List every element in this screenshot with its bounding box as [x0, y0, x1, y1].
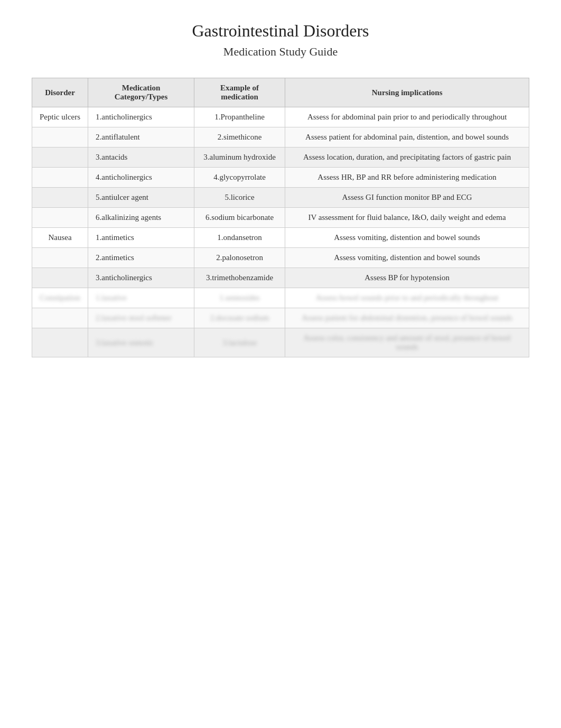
disorder-cell: [32, 268, 88, 288]
table-row: 2.antiflatulent2.simethiconeAssess patie…: [32, 127, 529, 148]
disorder-cell: Constipation: [32, 288, 88, 308]
category-cell: 4.anticholinergics: [88, 168, 194, 188]
disorder-cell: [32, 168, 88, 188]
category-cell: 1.anticholinergics: [88, 107, 194, 127]
nursing-cell: IV assessment for fluid balance, I&O, da…: [285, 208, 529, 228]
example-cell: 2.simethicone: [194, 127, 285, 148]
table-row: 2.laxative stool softener2.docusate sodi…: [32, 308, 529, 328]
nursing-cell: Assess color, consistency and amount of …: [285, 328, 529, 357]
nursing-cell: Assess for abdominal pain prior to and p…: [285, 107, 529, 127]
example-cell: 1.Propantheline: [194, 107, 285, 127]
nursing-cell: Assess vomiting, distention and bowel so…: [285, 248, 529, 268]
table-row: 3.antacids3.aluminum hydroxideAssess loc…: [32, 148, 529, 168]
example-cell: 2.docusate sodium: [194, 308, 285, 328]
disorder-cell: Peptic ulcers: [32, 107, 88, 127]
category-cell: 2.antimetics: [88, 248, 194, 268]
category-cell: 3.anticholinergics: [88, 268, 194, 288]
col-header-category: Medication Category/Types: [88, 78, 194, 107]
category-cell: 3.laxative osmotic: [88, 328, 194, 357]
table-row: Nausea1.antimetics1.ondansetronAssess vo…: [32, 228, 529, 248]
table-row: 6.alkalinizing agents6.sodium bicarbonat…: [32, 208, 529, 228]
nursing-cell: Assess HR, BP and RR before administerin…: [285, 168, 529, 188]
nursing-cell: Assess GI function monitor BP and ECG: [285, 188, 529, 208]
example-cell: 6.sodium bicarbonate: [194, 208, 285, 228]
category-cell: 2.laxative stool softener: [88, 308, 194, 328]
example-cell: 5.licorice: [194, 188, 285, 208]
table-row: 3.anticholinergics3.trimethobenzamideAss…: [32, 268, 529, 288]
table-row: Constipation1.laxative1.sennosidesAssess…: [32, 288, 529, 308]
table-header-row: Disorder Medication Category/Types Examp…: [32, 78, 529, 107]
table-row: 4.anticholinergics4.glycopyrrolateAssess…: [32, 168, 529, 188]
col-header-example: Example of medication: [194, 78, 285, 107]
nursing-cell: Assess BP for hypotension: [285, 268, 529, 288]
table-row: 2.antimetics2.palonosetronAssess vomitin…: [32, 248, 529, 268]
disorder-cell: [32, 127, 88, 148]
disorder-cell: [32, 148, 88, 168]
example-cell: 3.trimethobenzamide: [194, 268, 285, 288]
category-cell: 1.laxative: [88, 288, 194, 308]
disorder-cell: [32, 248, 88, 268]
table-row: 3.laxative osmotic3.lactuloseAssess colo…: [32, 328, 529, 357]
table-row: Peptic ulcers1.anticholinergics1.Propant…: [32, 107, 529, 127]
table-row: 5.antiulcer agent5.licoriceAssess GI fun…: [32, 188, 529, 208]
category-cell: 2.antiflatulent: [88, 127, 194, 148]
page-subtitle: Medication Study Guide: [32, 45, 529, 59]
category-cell: 5.antiulcer agent: [88, 188, 194, 208]
nursing-cell: Assess vomiting, distention and bowel so…: [285, 228, 529, 248]
disorder-cell: Nausea: [32, 228, 88, 248]
nursing-cell: Assess location, duration, and precipita…: [285, 148, 529, 168]
col-header-disorder: Disorder: [32, 78, 88, 107]
disorder-cell: [32, 328, 88, 357]
example-cell: 3.aluminum hydroxide: [194, 148, 285, 168]
example-cell: 1.sennosides: [194, 288, 285, 308]
example-cell: 2.palonosetron: [194, 248, 285, 268]
main-table: Disorder Medication Category/Types Examp…: [32, 78, 529, 357]
example-cell: 3.lactulose: [194, 328, 285, 357]
disorder-cell: [32, 308, 88, 328]
category-cell: 3.antacids: [88, 148, 194, 168]
category-cell: 6.alkalinizing agents: [88, 208, 194, 228]
nursing-cell: Assess bowel sounds prior to and periodi…: [285, 288, 529, 308]
example-cell: 1.ondansetron: [194, 228, 285, 248]
page-title: Gastrointestinal Disorders: [32, 21, 529, 41]
disorder-cell: [32, 188, 88, 208]
nursing-cell: Assess patient for abdominal pain, diste…: [285, 127, 529, 148]
disorder-cell: [32, 208, 88, 228]
category-cell: 1.antimetics: [88, 228, 194, 248]
col-header-nursing: Nursing implications: [285, 78, 529, 107]
example-cell: 4.glycopyrrolate: [194, 168, 285, 188]
nursing-cell: Assess patient for abdominal distention,…: [285, 308, 529, 328]
